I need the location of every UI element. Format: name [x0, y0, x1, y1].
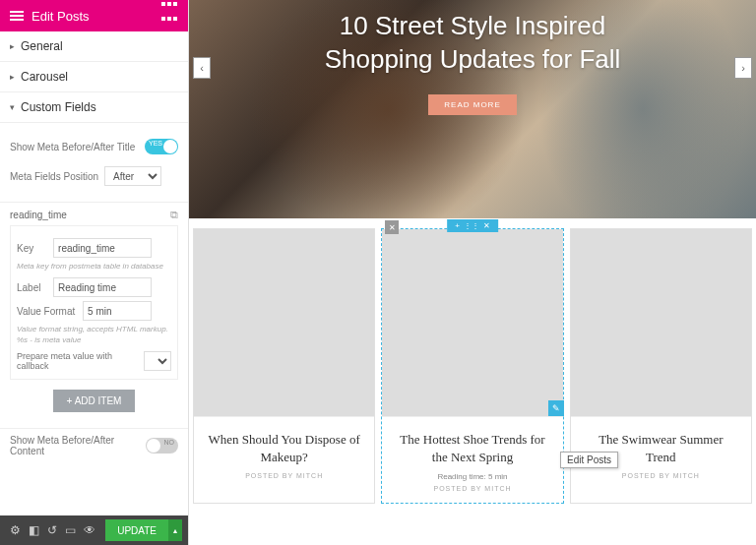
vf-input[interactable] [83, 301, 152, 321]
vf-hint: Value format string, accepts HTML markup… [17, 325, 171, 345]
meta-field-block: reading_time ⧉ Key Meta key from postmet… [0, 202, 188, 428]
hero-carousel: 10 Street Style InspiredShopping Updates… [189, 0, 756, 218]
vf-label: Value Format [17, 306, 80, 317]
section-custom-fields[interactable]: ▾Custom Fields [0, 92, 188, 123]
copy-icon[interactable]: ⧉ [170, 209, 178, 221]
post-byline: POSTED BY MITCH [583, 472, 739, 479]
meta-position-label: Meta Fields Position [10, 171, 98, 182]
sidebar-footer: ⚙ ◧ ↺ ▭ 👁 UPDATE ▴ [0, 515, 188, 545]
meta-position-select[interactable]: After [104, 166, 161, 186]
key-input[interactable] [53, 238, 152, 258]
post-meta: Reading time: 5 min [394, 472, 550, 481]
drag-icon: ⋮⋮ [464, 221, 479, 230]
section-general[interactable]: ▸General [0, 31, 188, 62]
posts-grid: When Should You Dispose of Makeup? POSTE… [189, 218, 756, 504]
chevron-right-icon: ▸ [10, 72, 15, 82]
post-title: When Should You Dispose of Makeup? [206, 431, 362, 466]
post-thumbnail [382, 229, 562, 416]
show-meta-content-label: Show Meta Before/After Content [10, 435, 146, 456]
sidebar-header: Edit Posts [0, 0, 188, 31]
post-thumbnail [194, 229, 374, 416]
edit-posts-tooltip: Edit Posts [560, 452, 618, 468]
hero-title: 10 Street Style InspiredShopping Updates… [325, 10, 621, 77]
carousel-next[interactable]: › [734, 57, 752, 79]
label-label: Label [17, 282, 50, 293]
chevron-down-icon: ▾ [10, 102, 15, 112]
close-icon: ✕ [483, 221, 490, 230]
prepare-select[interactable] [144, 351, 171, 371]
meta-position-row: Meta Fields Position After [0, 160, 188, 192]
post-thumbnail [571, 229, 751, 416]
post-card[interactable]: When Should You Dispose of Makeup? POSTE… [193, 228, 375, 504]
key-label: Key [17, 243, 50, 254]
editor-sidebar: Edit Posts ▸General ▸Carousel ▾Custom Fi… [0, 0, 189, 545]
key-hint: Meta key from postmeta table in database [17, 262, 171, 272]
sidebar-title: Edit Posts [32, 9, 90, 24]
update-button[interactable]: UPDATE [105, 519, 168, 541]
preview-icon[interactable]: 👁 [84, 523, 95, 537]
widget-handle[interactable]: +⋮⋮✕ [447, 219, 498, 232]
edit-widget-handle[interactable]: ✎ [548, 400, 564, 416]
section-carousel[interactable]: ▸Carousel [0, 62, 188, 92]
prepare-label: Prepare meta value with callback [17, 351, 144, 371]
preview-canvas: 10 Street Style InspiredShopping Updates… [189, 0, 756, 545]
chevron-right-icon: ▸ [10, 41, 15, 51]
field-name: reading_time [10, 210, 67, 220]
hamburger-icon[interactable] [10, 9, 24, 23]
post-title: The Hottest Shoe Trends for the Next Spr… [394, 431, 550, 466]
navigator-icon[interactable]: ◧ [29, 523, 39, 537]
show-meta-title-toggle[interactable]: YES [145, 139, 178, 154]
history-icon[interactable]: ↺ [47, 523, 57, 537]
post-card-selected[interactable]: ✕ +⋮⋮✕ ✎ The Hottest Shoe Trends for the… [381, 228, 563, 504]
delete-icon[interactable]: ✕ [385, 220, 399, 234]
post-byline: POSTED BY MITCH [394, 485, 550, 492]
show-meta-content-toggle[interactable]: NO [146, 438, 178, 454]
show-meta-content-row: Show Meta Before/After Content NO [0, 428, 188, 462]
read-more-button[interactable]: READ MORE [428, 94, 516, 115]
show-meta-title-label: Show Meta Before/After Title [10, 142, 135, 152]
label-input[interactable] [53, 277, 152, 297]
settings-icon[interactable]: ⚙ [10, 523, 21, 537]
update-dropdown[interactable]: ▴ [168, 519, 182, 541]
add-item-button[interactable]: + ADD ITEM [53, 390, 136, 412]
show-meta-title-row: Show Meta Before/After Title YES [0, 133, 188, 160]
carousel-prev[interactable]: ‹ [193, 57, 211, 79]
post-byline: POSTED BY MITCH [206, 472, 362, 479]
responsive-icon[interactable]: ▭ [65, 523, 76, 537]
plus-icon: + [455, 221, 460, 230]
